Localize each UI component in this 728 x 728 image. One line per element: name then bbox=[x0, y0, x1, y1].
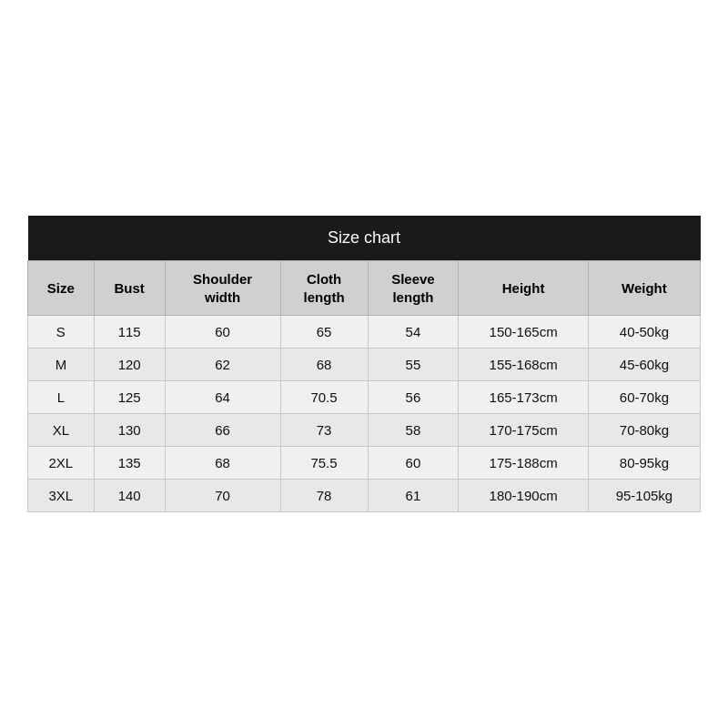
header-row: SizeBustShoulderwidthClothlengthSleevele… bbox=[28, 261, 701, 316]
table-cell: 54 bbox=[368, 316, 459, 349]
table-cell: 62 bbox=[165, 349, 280, 381]
table-cell: 130 bbox=[94, 414, 165, 447]
table-row: S115606554150-165cm40-50kg bbox=[28, 316, 701, 349]
table-cell: 175-188cm bbox=[459, 447, 588, 480]
table-cell: 70-80kg bbox=[588, 414, 700, 447]
table-cell: 75.5 bbox=[280, 447, 368, 480]
table-cell: 120 bbox=[94, 349, 165, 381]
table-cell: M bbox=[28, 349, 95, 381]
column-header: Shoulderwidth bbox=[165, 261, 280, 316]
table-row: M120626855155-168cm45-60kg bbox=[28, 349, 701, 381]
table-cell: 68 bbox=[165, 447, 280, 480]
table-cell: 60 bbox=[165, 316, 280, 349]
table-cell: 165-173cm bbox=[459, 381, 588, 414]
column-header: Size bbox=[28, 261, 95, 316]
table-title: Size chart bbox=[28, 216, 701, 261]
table-cell: S bbox=[28, 316, 95, 349]
table-cell: 135 bbox=[94, 447, 165, 480]
table-cell: XL bbox=[28, 414, 95, 447]
table-cell: 125 bbox=[94, 381, 165, 414]
column-header: Weight bbox=[588, 261, 700, 316]
size-chart-table: Size chart SizeBustShoulderwidthClothlen… bbox=[27, 216, 701, 512]
column-header: Sleevelength bbox=[368, 261, 459, 316]
column-header: Height bbox=[459, 261, 588, 316]
column-header: Bust bbox=[94, 261, 165, 316]
table-cell: 180-190cm bbox=[459, 480, 588, 512]
table-cell: 64 bbox=[165, 381, 280, 414]
table-cell: 170-175cm bbox=[459, 414, 588, 447]
table-cell: 68 bbox=[280, 349, 368, 381]
table-cell: 3XL bbox=[28, 480, 95, 512]
table-cell: 150-165cm bbox=[459, 316, 588, 349]
table-cell: 115 bbox=[94, 316, 165, 349]
size-chart-container: Size chart SizeBustShoulderwidthClothlen… bbox=[27, 216, 701, 512]
table-cell: 60-70kg bbox=[588, 381, 700, 414]
table-cell: 56 bbox=[368, 381, 459, 414]
table-cell: 155-168cm bbox=[459, 349, 588, 381]
table-row: L1256470.556165-173cm60-70kg bbox=[28, 381, 701, 414]
table-cell: 70.5 bbox=[280, 381, 368, 414]
table-row: 3XL140707861180-190cm95-105kg bbox=[28, 480, 701, 512]
table-cell: 95-105kg bbox=[588, 480, 700, 512]
title-row: Size chart bbox=[28, 216, 701, 261]
table-cell: 45-60kg bbox=[588, 349, 700, 381]
table-cell: 60 bbox=[368, 447, 459, 480]
table-row: XL130667358170-175cm70-80kg bbox=[28, 414, 701, 447]
table-row: 2XL1356875.560175-188cm80-95kg bbox=[28, 447, 701, 480]
table-cell: 58 bbox=[368, 414, 459, 447]
table-cell: 61 bbox=[368, 480, 459, 512]
table-body: S115606554150-165cm40-50kgM120626855155-… bbox=[28, 316, 701, 512]
table-cell: L bbox=[28, 381, 95, 414]
table-cell: 40-50kg bbox=[588, 316, 700, 349]
column-header: Clothlength bbox=[280, 261, 368, 316]
table-cell: 70 bbox=[165, 480, 280, 512]
table-cell: 55 bbox=[368, 349, 459, 381]
table-cell: 65 bbox=[280, 316, 368, 349]
table-cell: 73 bbox=[280, 414, 368, 447]
table-cell: 78 bbox=[280, 480, 368, 512]
table-cell: 140 bbox=[94, 480, 165, 512]
table-cell: 2XL bbox=[28, 447, 95, 480]
table-cell: 80-95kg bbox=[588, 447, 700, 480]
table-cell: 66 bbox=[165, 414, 280, 447]
